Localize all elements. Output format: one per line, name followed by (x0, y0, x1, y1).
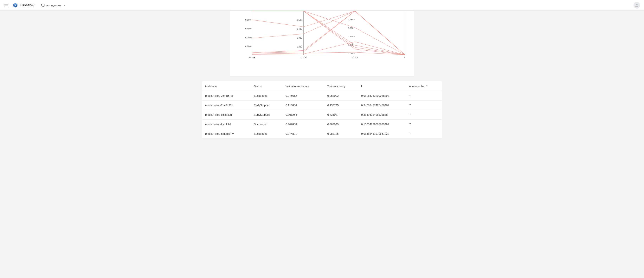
cell-status: EarlyStopped (251, 101, 282, 110)
column-header-num-epochs[interactable]: num-epochs (406, 81, 442, 91)
table-row[interactable]: median-stop-lgvhfch2Succeeded0.9678540.9… (202, 120, 442, 129)
column-label: Train-accuracy (327, 85, 345, 88)
axis-bottom-label: 0.109 (301, 56, 306, 59)
cell-trialName: median-stop-nfmgqd7w (202, 129, 251, 139)
table-row[interactable]: median-stop-nfmgqd7wSucceeded0.9748210.9… (202, 129, 442, 139)
svg-text:0.300: 0.300 (245, 36, 250, 38)
cell-epochs: 7 (406, 129, 442, 139)
cell-trialName: median-stop-lgvhfch2 (202, 120, 251, 129)
top-bar: Kubeflow anonymous (0, 0, 644, 11)
svg-text:0.200: 0.200 (296, 45, 302, 48)
trial-line (252, 11, 405, 55)
namespace-icon (41, 3, 45, 7)
svg-text:0.400: 0.400 (296, 28, 302, 30)
column-header-trialName[interactable]: trialName (202, 81, 251, 91)
cell-lr: 0.08488441910661232 (358, 129, 406, 139)
user-avatar[interactable] (634, 2, 640, 8)
svg-point-4 (636, 4, 638, 5)
svg-text:0.150: 0.150 (348, 35, 354, 38)
cell-lr: 0.08165753209948898 (358, 91, 406, 101)
chevron-down-icon (63, 3, 66, 7)
axis-bottom-label: 7 (404, 56, 405, 59)
table-row[interactable]: median-stop-2kmh57qfSucceeded0.9766120.9… (202, 91, 442, 101)
trials-table: trialNameStatusValidation-accuracyTrain-… (202, 81, 442, 139)
svg-text:0.300: 0.300 (296, 37, 302, 39)
page-content: 0.2000.3000.4000.5000.1030.2000.3000.400… (0, 11, 644, 146)
cell-val: 0.976612 (282, 91, 324, 101)
cell-status: EarlyStopped (251, 110, 282, 120)
trials-table-body: median-stop-2kmh57qfSucceeded0.9766120.9… (202, 91, 442, 139)
axis-bottom-label: 0.042 (352, 56, 358, 59)
cell-train: 0.983126 (324, 129, 358, 139)
trial-line (252, 11, 405, 55)
trial-line (252, 11, 405, 55)
svg-text:0.250: 0.250 (348, 18, 354, 21)
cell-trialName: median-stop-2kmh57qf (202, 91, 251, 101)
kubeflow-logo-icon (13, 3, 18, 8)
cell-val: 0.974821 (282, 129, 324, 139)
app-logo[interactable]: Kubeflow (13, 3, 34, 8)
menu-button[interactable] (2, 1, 10, 9)
parallel-coordinates-card: 0.2000.3000.4000.5000.1030.2000.3000.400… (230, 11, 414, 76)
namespace-selector[interactable]: anonymous (41, 3, 66, 7)
column-header-lr[interactable]: lr (358, 81, 406, 91)
column-label: Status (254, 85, 262, 88)
column-header-Validation-accuracy[interactable]: Validation-accuracy (282, 81, 324, 91)
svg-text:0.050: 0.050 (348, 52, 354, 55)
trials-table-card: trialNameStatusValidation-accuracyTrain-… (202, 81, 442, 139)
trial-line (252, 11, 405, 55)
cell-val: 0.301254 (282, 110, 324, 120)
app-name: Kubeflow (20, 3, 34, 7)
axis-bottom-label: 0.103 (249, 56, 255, 59)
svg-text:0.400: 0.400 (245, 27, 250, 30)
cell-epochs: 7 (406, 120, 442, 129)
cell-lr: 0.15054226698829482 (358, 120, 406, 129)
column-header-Status[interactable]: Status (251, 81, 282, 91)
cell-train: 0.133745 (324, 101, 358, 110)
cell-status: Succeeded (251, 91, 282, 101)
column-header-Train-accuracy[interactable]: Train-accuracy (324, 81, 358, 91)
cell-status: Succeeded (251, 129, 282, 139)
sort-asc-icon (426, 85, 428, 88)
table-row[interactable]: median-stop-cgjkq8znEarlyStopped0.301254… (202, 110, 442, 120)
cell-trialName: median-stop-cgjkq8zn (202, 110, 251, 120)
cell-epochs: 7 (406, 91, 442, 101)
cell-epochs: 7 (406, 110, 442, 120)
trial-line (252, 11, 405, 55)
trials-table-header: trialNameStatusValidation-accuracyTrain-… (202, 81, 442, 91)
svg-text:0.200: 0.200 (348, 27, 354, 29)
cell-lr: 0.34788427425480467 (358, 101, 406, 110)
table-row[interactable]: median-stop-2ml8h96dEarlyStopped0.113854… (202, 101, 442, 110)
cell-val: 0.113854 (282, 101, 324, 110)
cell-epochs: 7 (406, 101, 442, 110)
cell-train: 0.969949 (324, 120, 358, 129)
svg-text:0.500: 0.500 (245, 19, 250, 21)
cell-trialName: median-stop-2ml8h96d (202, 101, 251, 110)
column-label: Validation-accuracy (286, 85, 309, 88)
cell-train: 0.983092 (324, 91, 358, 101)
trial-line (252, 11, 405, 55)
column-label: lr (361, 85, 363, 88)
cell-lr: 0.3861631498333848 (358, 110, 406, 120)
svg-text:0.500: 0.500 (296, 19, 302, 21)
trial-line (252, 11, 405, 55)
cell-status: Succeeded (251, 120, 282, 129)
trial-line (252, 11, 405, 55)
column-label: trialName (205, 85, 217, 88)
user-icon (634, 3, 639, 7)
trial-line (252, 42, 405, 55)
cell-val: 0.967854 (282, 120, 324, 129)
cell-train: 0.431087 (324, 110, 358, 120)
hamburger-icon (4, 3, 8, 7)
column-label: num-epochs (409, 85, 424, 88)
svg-text:0.200: 0.200 (245, 45, 250, 47)
namespace-value: anonymous (46, 4, 62, 7)
parallel-coordinates-chart[interactable]: 0.2000.3000.4000.5000.1030.2000.3000.400… (230, 11, 414, 67)
